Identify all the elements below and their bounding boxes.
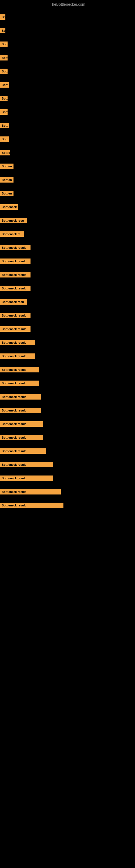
item-label: Bott [0, 109, 8, 115]
list-item: Bottleneck [0, 200, 135, 214]
item-label: Bottl [0, 82, 9, 88]
item-label: Bottleneck result [0, 326, 31, 332]
list-item: Bottlen [0, 173, 135, 187]
item-label: Bottleneck result [0, 475, 53, 481]
item-label: Bott [0, 41, 8, 47]
list-item: Bottleneck result [0, 444, 135, 458]
list-item: Bottleneck result [0, 458, 135, 471]
item-label: Bo [0, 14, 5, 20]
item-label: Bottleneck result [0, 286, 31, 291]
list-item: Bottlen [0, 159, 135, 173]
item-label: Bottleneck result [0, 340, 35, 345]
list-item: Bottleneck result [0, 309, 135, 322]
item-label: Bottl [0, 123, 9, 128]
item-label: Bottleneck result [0, 435, 43, 440]
list-item: Bottleneck result [0, 499, 135, 512]
item-label: Bott [0, 55, 8, 61]
item-label: Bott [0, 96, 8, 101]
list-item: Bottl [0, 132, 135, 146]
item-label: Bottleneck result [0, 272, 31, 278]
item-label: Bottlen [0, 163, 13, 169]
item-label: Bottleneck resu [0, 299, 27, 305]
list-item: Bottleneck result [0, 322, 135, 336]
item-label: Bottlen [0, 177, 13, 183]
list-item: Bottleneck result [0, 404, 135, 417]
item-label: Bottleneck result [0, 408, 41, 413]
item-label: Bottleneck result [0, 489, 61, 495]
item-label: Bottleneck resu [0, 218, 27, 223]
list-item: Bott [0, 92, 135, 105]
list-item: Bottle [0, 146, 135, 159]
list-item: Bottleneck result [0, 349, 135, 363]
items-list: BoBoBottBottBottBottlBottBottBottlBottlB… [0, 8, 135, 515]
list-item: Bottleneck result [0, 282, 135, 295]
list-item: Bottleneck result [0, 485, 135, 499]
list-item: Bottleneck result [0, 254, 135, 268]
list-item: Bottleneck result [0, 268, 135, 282]
item-label: Bottleneck result [0, 367, 39, 372]
list-item: Bottleneck re [0, 227, 135, 241]
site-title: TheBottlenecker.com [0, 0, 135, 8]
list-item: Bottl [0, 119, 135, 132]
item-label: Bottleneck result [0, 245, 31, 250]
list-item: Bottl [0, 78, 135, 92]
item-label: Bottleneck result [0, 313, 31, 318]
item-label: Bottle [0, 150, 10, 155]
list-item: Bottleneck result [0, 431, 135, 444]
item-label: Bottleneck result [0, 353, 35, 359]
list-item: Bottleneck result [0, 471, 135, 485]
list-item: Bottleneck result [0, 417, 135, 431]
list-item: Bottleneck result [0, 390, 135, 404]
item-label: Bottleneck result [0, 421, 43, 427]
list-item: Bo [0, 10, 135, 24]
list-item: Bottleneck result [0, 376, 135, 390]
list-item: Bott [0, 105, 135, 119]
item-label: Bottleneck re [0, 231, 24, 237]
list-item: Bott [0, 51, 135, 65]
list-item: Bottleneck resu [0, 214, 135, 227]
list-item: Bottleneck result [0, 336, 135, 349]
item-label: Bottleneck result [0, 394, 41, 400]
item-label: Bottl [0, 136, 9, 142]
item-label: Bottleneck result [0, 380, 39, 386]
item-label: Bottleneck result [0, 258, 31, 264]
item-label: Bottleneck result [0, 503, 63, 508]
item-label: Bottleneck result [0, 462, 53, 467]
list-item: Bott [0, 65, 135, 78]
item-label: Bottleneck result [0, 448, 46, 454]
item-label: Bottleneck [0, 204, 18, 210]
item-label: Bott [0, 69, 8, 74]
list-item: Bottlen [0, 187, 135, 200]
list-item: Bottleneck result [0, 241, 135, 254]
item-label: Bo [0, 28, 5, 33]
item-label: Bottlen [0, 191, 13, 196]
list-item: Bott [0, 37, 135, 51]
list-item: Bottleneck result [0, 363, 135, 376]
list-item: Bottleneck resu [0, 295, 135, 309]
list-item: Bo [0, 24, 135, 37]
